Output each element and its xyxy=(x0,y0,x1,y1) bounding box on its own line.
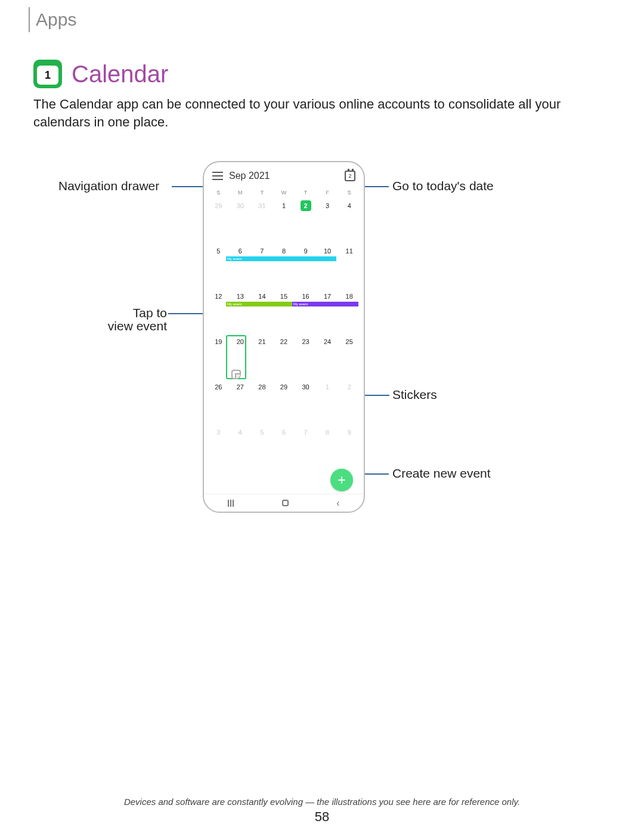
event-bar-purple[interactable]: My event xyxy=(292,302,358,306)
day-cell[interactable]: 3 xyxy=(208,425,230,470)
day-cell[interactable]: 28 xyxy=(251,379,273,425)
callout-stickers: Stickers xyxy=(392,388,437,402)
day-cell[interactable]: 17 xyxy=(317,289,339,334)
day-cell[interactable]: 18 xyxy=(338,289,360,334)
day-cell[interactable]: 26 xyxy=(208,379,230,425)
day-cell[interactable]: 1 xyxy=(273,198,295,243)
day-cell[interactable]: 10 xyxy=(317,243,339,289)
event-bar-cyan[interactable]: My event xyxy=(226,256,336,261)
day-cell[interactable]: 21 xyxy=(251,334,273,379)
fab-create-event[interactable]: + xyxy=(330,469,353,491)
day-cell[interactable]: 29 xyxy=(273,379,295,425)
callout-tap-line2: view event xyxy=(104,319,167,333)
nav-recent-icon[interactable] xyxy=(228,500,234,507)
day-cell[interactable]: 12 xyxy=(208,289,230,334)
today-icon[interactable]: 2 xyxy=(345,171,355,181)
dow-cell: T xyxy=(295,187,317,198)
day-cell[interactable]: 2 xyxy=(295,198,317,243)
day-cell[interactable]: 4 xyxy=(338,198,360,243)
day-cell[interactable]: 2 xyxy=(338,379,360,425)
nav-home-icon[interactable] xyxy=(282,500,289,506)
day-cell[interactable]: 25 xyxy=(338,334,360,379)
day-cell[interactable]: 24 xyxy=(317,334,339,379)
day-cell[interactable]: 5 xyxy=(208,243,230,289)
day-cell[interactable]: 7 xyxy=(295,425,317,470)
day-cell[interactable]: 7 xyxy=(251,243,273,289)
day-cell[interactable]: 9 xyxy=(338,425,360,470)
day-cell[interactable]: 8 xyxy=(273,243,295,289)
day-cell[interactable]: 22 xyxy=(273,334,295,379)
day-cell[interactable]: 13 xyxy=(230,289,252,334)
day-cell[interactable]: 11 xyxy=(338,243,360,289)
calendar-grid[interactable]: 2930311234567891011121314151617181920212… xyxy=(204,198,364,470)
page-title: Calendar xyxy=(72,61,168,88)
callout-tap-line1: Tap to xyxy=(104,306,167,320)
dow-cell: S xyxy=(208,187,230,198)
day-cell[interactable]: 8 xyxy=(317,425,339,470)
day-cell[interactable]: 3 xyxy=(317,198,339,243)
month-label[interactable]: Sep 2021 xyxy=(223,171,345,181)
dow-cell: W xyxy=(273,187,295,198)
day-cell[interactable]: 6 xyxy=(230,243,252,289)
day-cell[interactable]: 14 xyxy=(251,289,273,334)
day-cell[interactable]: 16 xyxy=(295,289,317,334)
section-header: Apps xyxy=(29,7,76,32)
nav-back-icon[interactable]: ‹ xyxy=(336,498,339,509)
dow-cell: T xyxy=(251,187,273,198)
app-icon-number: 1 xyxy=(37,66,58,85)
day-cell[interactable]: 9 xyxy=(295,243,317,289)
page-number: 58 xyxy=(0,809,644,825)
dow-cell: M xyxy=(230,187,252,198)
title-row: 1 Calendar xyxy=(33,60,168,88)
event-bar-lime[interactable]: My event xyxy=(226,302,292,306)
day-cell[interactable]: 30 xyxy=(230,198,252,243)
day-cell[interactable]: 29 xyxy=(208,198,230,243)
intro-text: The Calendar app can be connected to you… xyxy=(33,95,611,131)
day-cell[interactable]: 27 xyxy=(230,379,252,425)
disclaimer: Devices and software are constantly evol… xyxy=(0,797,644,807)
sticker-icon[interactable] xyxy=(231,370,241,379)
day-cell[interactable]: 15 xyxy=(273,289,295,334)
figure: Navigation drawer Tap to view event Go t… xyxy=(0,155,644,537)
dow-cell: S xyxy=(338,187,360,198)
android-navbar: ‹ xyxy=(204,494,364,512)
day-cell[interactable]: 6 xyxy=(273,425,295,470)
day-cell[interactable]: 5 xyxy=(251,425,273,470)
day-cell[interactable]: 1 xyxy=(317,379,339,425)
callout-today: Go to today's date xyxy=(392,179,494,193)
callout-create: Create new event xyxy=(392,466,491,481)
calendar-header: Sep 2021 2 xyxy=(204,162,364,187)
hamburger-icon[interactable] xyxy=(212,172,223,180)
day-cell[interactable]: 31 xyxy=(251,198,273,243)
day-cell[interactable]: 30 xyxy=(295,379,317,425)
day-cell[interactable]: 4 xyxy=(230,425,252,470)
day-of-week-row: SMTWTFS xyxy=(204,187,364,198)
calendar-app-icon: 1 xyxy=(33,60,62,88)
day-cell[interactable]: 23 xyxy=(295,334,317,379)
phone-mockup: Sep 2021 2 SMTWTFS 293031123456789101112… xyxy=(203,161,365,513)
callout-nav-drawer: Navigation drawer xyxy=(58,179,159,193)
dow-cell: F xyxy=(317,187,339,198)
